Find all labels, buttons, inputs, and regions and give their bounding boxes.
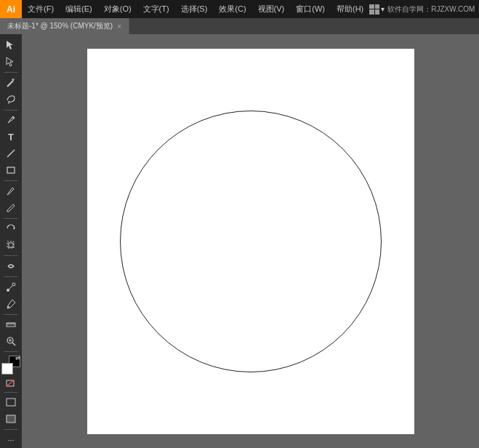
svg-point-16 xyxy=(8,306,9,308)
svg-rect-8 xyxy=(7,167,15,173)
menu-bar: 文件(F) 编辑(E) 对象(O) 文字(T) 选择(S) 效果(C) 视图(V… xyxy=(22,0,369,18)
toolbar-separator-2 xyxy=(4,110,18,111)
svg-line-28 xyxy=(7,380,14,386)
svg-marker-10 xyxy=(13,227,15,230)
toolbar-separator-7 xyxy=(4,314,18,315)
toolbar-separator-8 xyxy=(4,351,18,352)
ai-logo: Ai xyxy=(0,0,22,18)
svg-line-15 xyxy=(9,285,13,289)
toolbar: T xyxy=(0,34,22,448)
artboard xyxy=(87,49,414,434)
toolbar-separator-5 xyxy=(4,255,18,256)
rotate-tool-button[interactable] xyxy=(1,220,20,236)
eyedropper-tool-button[interactable] xyxy=(1,296,20,312)
menu-object[interactable]: 对象(O) xyxy=(98,0,137,18)
pen-tool-button[interactable] xyxy=(1,112,20,128)
circle-shape xyxy=(120,111,382,372)
svg-line-7 xyxy=(7,150,15,157)
scale-tool-button[interactable] xyxy=(1,237,20,253)
toolbar-separator-1 xyxy=(4,72,18,73)
type-tool-button[interactable]: T xyxy=(1,129,20,145)
toolbar-separator-4 xyxy=(4,218,18,219)
line-tool-button[interactable] xyxy=(1,145,20,161)
measure-tool-button[interactable] xyxy=(1,316,20,332)
main-area: T xyxy=(0,34,479,448)
menu-effect[interactable]: 效果(C) xyxy=(213,0,251,18)
menu-help[interactable]: 帮助(H) xyxy=(331,0,369,18)
color-swatches[interactable]: ⇄ xyxy=(1,356,20,375)
document-tab[interactable]: 未标题-1* @ 150% (CMYK/预览) × xyxy=(0,18,129,34)
site-watermark: 软件自学网：RJZXW.COM xyxy=(387,4,475,15)
workspace-grid-icon xyxy=(369,4,379,15)
canvas-area xyxy=(22,34,479,448)
none-color-button[interactable] xyxy=(1,377,20,390)
title-bar: Ai 文件(F) 编辑(E) 对象(O) 文字(T) 选择(S) 效果(C) 视… xyxy=(0,0,479,18)
screen-mode-alt-button[interactable] xyxy=(1,411,20,427)
workspace-dropdown-icon: ▾ xyxy=(381,5,385,13)
menu-text[interactable]: 文字(T) xyxy=(137,0,175,18)
svg-rect-11 xyxy=(9,243,13,247)
workspace-icons: ▾ xyxy=(369,4,385,15)
svg-rect-30 xyxy=(7,415,15,423)
pencil-tool-button[interactable] xyxy=(1,200,20,216)
swap-colors-icon[interactable]: ⇄ xyxy=(15,356,20,361)
tab-close-button[interactable]: × xyxy=(117,23,121,31)
svg-rect-29 xyxy=(7,399,15,406)
svg-marker-0 xyxy=(7,41,13,49)
menu-edit[interactable]: 编辑(E) xyxy=(60,0,98,18)
menu-select[interactable]: 选择(S) xyxy=(175,0,214,18)
direct-selection-tool-button[interactable] xyxy=(1,54,20,70)
menu-view[interactable]: 视图(V) xyxy=(252,0,291,18)
toolbar-separator-6 xyxy=(4,276,18,277)
warp-tool-button[interactable] xyxy=(1,258,20,274)
svg-marker-1 xyxy=(7,57,13,66)
svg-line-2 xyxy=(7,81,13,87)
menu-file[interactable]: 文件(F) xyxy=(22,0,60,18)
svg-point-6 xyxy=(12,117,14,119)
more-tools-label: ··· xyxy=(7,436,14,444)
magic-wand-tool-button[interactable] xyxy=(1,75,20,91)
menu-window[interactable]: 窗口(W) xyxy=(290,0,331,18)
tab-label: 未标题-1* @ 150% (CMYK/预览) xyxy=(7,21,113,31)
paintbrush-tool-button[interactable] xyxy=(1,183,20,199)
shape-tool-button[interactable] xyxy=(1,162,20,178)
blend-tool-button[interactable] xyxy=(1,279,20,295)
toolbar-separator-10 xyxy=(4,429,18,430)
svg-line-9 xyxy=(13,204,15,206)
lasso-tool-button[interactable] xyxy=(1,92,20,108)
selection-tool-button[interactable] xyxy=(1,37,20,53)
more-tools-button[interactable]: ··· xyxy=(1,432,20,448)
toolbar-separator-3 xyxy=(4,180,18,181)
toolbar-separator-9 xyxy=(4,392,18,393)
fill-swatch[interactable] xyxy=(1,363,13,375)
screen-mode-button[interactable] xyxy=(1,394,20,410)
tab-bar: 未标题-1* @ 150% (CMYK/预览) × xyxy=(0,18,479,34)
svg-line-24 xyxy=(12,343,15,345)
zoom-tool-button[interactable] xyxy=(1,333,20,349)
